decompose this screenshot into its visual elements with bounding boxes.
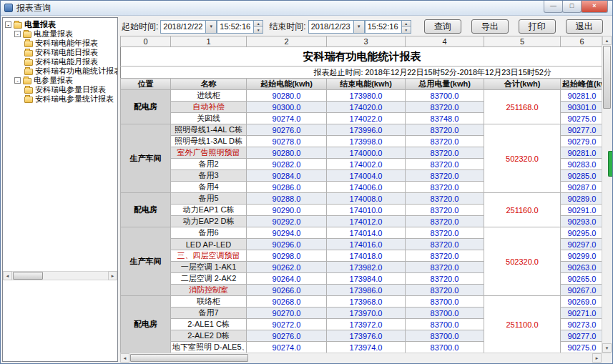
header-end-energy: 结束电能(kwh) [327, 79, 406, 90]
horizontal-scrollbar[interactable]: ◄ ► [120, 353, 611, 362]
end-energy-cell: 174012.0 [327, 216, 406, 227]
start-energy-cell: 90270.0 [247, 308, 327, 319]
scroll-down-icon[interactable]: ▼ [602, 343, 612, 353]
header-start-energy: 起始电能(kwh) [247, 79, 327, 90]
usage-cell: 83720.0 [406, 205, 484, 216]
start-peak-cell: 90275.0 [561, 113, 602, 124]
location-cell: 生产车间 [121, 124, 171, 193]
end-date-picker[interactable]: 2018/12/23 ▼ [308, 20, 365, 34]
main-area: 起始时间: 2018/12/22 ▼ 15:52:16 ▲ ▼ 结束时间: 20… [118, 17, 611, 362]
collapse-icon[interactable]: - [14, 77, 21, 84]
table-row: 配电房进线柜90280.0173980.083700.0251168.09028… [121, 90, 602, 102]
report-table: 0 1 2 3 4 5 6 安科瑞有功电能统计报表 [120, 36, 602, 353]
usage-cell: 83700.0 [406, 342, 484, 353]
window-controls: — □ × [544, 1, 608, 13]
start-peak-cell: 90299.0 [561, 250, 602, 262]
end-energy-cell: 174006.0 [327, 182, 406, 193]
spin-down-icon[interactable]: ▼ [402, 27, 411, 33]
folder-icon [23, 31, 31, 38]
collapse-icon[interactable]: - [5, 21, 11, 28]
chevron-down-icon[interactable]: ▼ [353, 21, 364, 33]
name-cell: 备用4 [171, 182, 247, 193]
spin-up-icon[interactable]: ▲ [402, 21, 411, 27]
end-time-spinner[interactable]: 15:52:16 ▲ ▼ [365, 20, 411, 34]
query-button[interactable]: 查询 [424, 19, 461, 34]
end-energy-cell: 174014.0 [327, 227, 406, 239]
sum-cell: 251100.0 [484, 296, 561, 353]
exit-button[interactable]: 退出 [566, 19, 603, 34]
start-energy-cell: 90294.0 [247, 227, 327, 239]
end-energy-cell: 173976.0 [327, 330, 406, 342]
usage-cell: 83720.0 [406, 239, 484, 250]
start-time-label: 起始时间: [122, 21, 158, 33]
header-name: 名称 [171, 79, 247, 90]
end-energy-cell: 174002.0 [327, 159, 406, 170]
table-row: 生产车间照明母线1-4AL C栋90276.0173996.083720.050… [121, 124, 602, 136]
column-number: 0 [121, 36, 171, 47]
start-peak-cell: 90297.0 [561, 239, 602, 250]
chevron-down-icon[interactable]: ▼ [205, 21, 216, 33]
end-time-value[interactable]: 15:52:16 [366, 21, 401, 33]
start-time-spinner[interactable]: 15:52:16 ▲ ▼ [217, 20, 263, 34]
scroll-up-icon[interactable]: ▲ [602, 36, 612, 45]
start-peak-cell: 90285.0 [561, 170, 602, 182]
sum-cell: 251160.0 [484, 193, 561, 227]
scrollbar-thumb[interactable] [603, 46, 611, 109]
folder-icon [24, 87, 33, 94]
name-cell: LED AP-LED [171, 239, 247, 250]
spin-down-icon[interactable]: ▼ [254, 27, 263, 33]
scrollbar-track[interactable] [602, 45, 611, 343]
scrollbar-track[interactable] [129, 354, 592, 362]
start-energy-cell: 90300.0 [247, 102, 327, 113]
scrollbar-thumb[interactable] [130, 354, 248, 362]
minimize-button[interactable]: — [544, 1, 563, 13]
start-peak-cell: 90275.0 [561, 342, 602, 353]
name-cell: 2-ALE2 D栋 [171, 330, 247, 342]
end-energy-cell: 173984.0 [327, 273, 406, 285]
end-date-value[interactable]: 2018/12/23 [309, 21, 353, 33]
usage-cell: 83700.0 [406, 90, 484, 102]
name-cell: 备用3 [171, 170, 247, 182]
column-number: 4 [406, 36, 484, 47]
spin-up-icon[interactable]: ▲ [254, 21, 263, 27]
report-grid-viewport: 0 1 2 3 4 5 6 安科瑞有功电能统计报表 [120, 36, 602, 353]
usage-cell: 83720.0 [406, 285, 484, 296]
close-button[interactable]: × [581, 1, 608, 13]
start-time-value[interactable]: 15:52:16 [217, 21, 253, 33]
scrollbar-thumb[interactable] [13, 272, 43, 280]
name-cell: 联络柜 [171, 296, 247, 308]
window-title: 报表查询 [16, 2, 51, 14]
name-cell: 照明母线1-4AL C栋 [171, 124, 247, 136]
client-area: - 电量报表 - 电度量报表 安科瑞电能年报表 安科瑞电能日报表 [1, 16, 612, 363]
start-date-picker[interactable]: 2018/12/22 ▼ [160, 20, 217, 34]
scroll-right-icon[interactable]: ► [592, 353, 602, 363]
start-peak-cell: 90269.0 [561, 296, 602, 308]
scroll-left-icon[interactable]: ◄ [3, 271, 12, 280]
collapse-icon[interactable]: - [14, 31, 21, 37]
print-button[interactable]: 打印 [519, 19, 556, 34]
export-button[interactable]: 导出 [471, 19, 509, 34]
end-energy-cell: 174016.0 [327, 239, 406, 250]
usage-cell: 83720.0 [406, 193, 484, 205]
green-edge-tab[interactable] [608, 151, 612, 177]
start-date-value[interactable]: 2018/12/22 [161, 21, 205, 33]
vertical-scrollbar[interactable]: ▲ ▼ [602, 36, 611, 353]
scrollbar-corner [602, 353, 611, 363]
sidebar-item-param-stat-report[interactable]: 安科瑞电参量统计报表 [3, 94, 117, 104]
scroll-left-icon[interactable]: ◄ [120, 353, 129, 363]
end-energy-cell: 173982.0 [327, 262, 406, 273]
start-energy-cell: 90288.0 [247, 193, 327, 205]
end-energy-cell: 174010.0 [327, 205, 406, 216]
name-cell: 二层空调 2-AK2 [171, 273, 247, 285]
start-energy-cell: 90298.0 [247, 250, 327, 262]
maximize-button[interactable]: □ [562, 1, 582, 13]
report-query-window: 报表查询 — □ × - 电量报表 - 电度量报表 [0, 0, 613, 364]
usage-cell: 83720.0 [406, 262, 484, 273]
usage-cell: 83720.0 [406, 170, 484, 182]
usage-cell: 83720.0 [406, 182, 484, 193]
usage-cell: 83720.0 [406, 216, 484, 227]
end-energy-cell: 174022.0 [327, 113, 406, 124]
start-peak-cell: 90265.0 [561, 273, 602, 285]
scroll-right-icon[interactable]: ► [108, 271, 117, 280]
tree-horizontal-scrollbar[interactable]: ◄ ► [3, 271, 117, 280]
